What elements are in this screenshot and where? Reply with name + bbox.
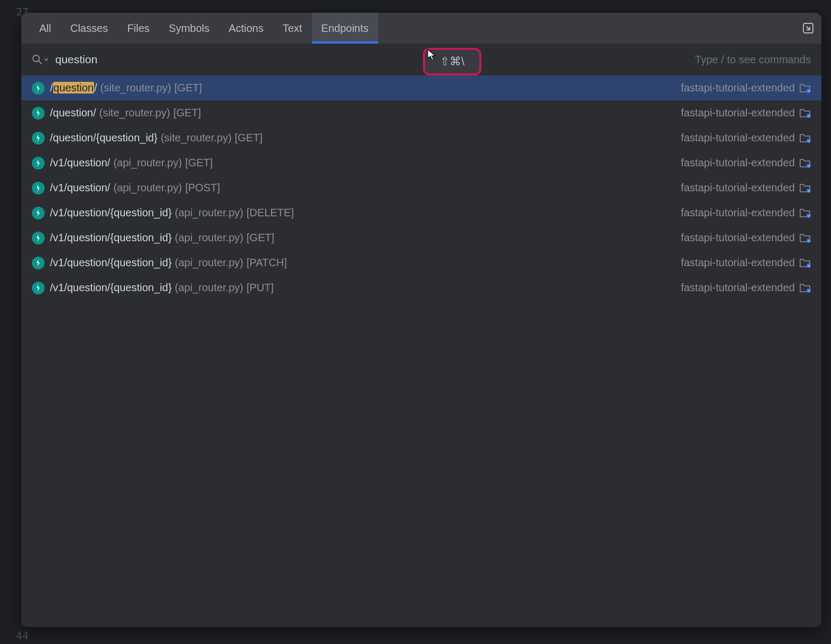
svg-point-8 bbox=[807, 214, 811, 218]
project-name: fastapi-tutorial-extended bbox=[681, 282, 795, 294]
folder-icon bbox=[799, 283, 811, 293]
endpoint-path: /v1/question/ bbox=[50, 157, 110, 169]
project-name: fastapi-tutorial-extended bbox=[681, 257, 795, 269]
list-item[interactable]: /question/{question_id}(site_router.py)[… bbox=[21, 125, 821, 150]
tab-actions[interactable]: Actions bbox=[219, 13, 273, 44]
search-row: Type / to see commands ⇧⌘\ bbox=[21, 44, 821, 75]
folder-icon bbox=[799, 83, 811, 93]
command-hint: Type / to see commands bbox=[695, 54, 811, 66]
endpoint-method: [POST] bbox=[185, 182, 220, 194]
endpoint-file: (api_router.py) bbox=[175, 207, 243, 219]
tabs-bar: All Classes Files Symbols Actions Text E… bbox=[21, 13, 821, 44]
endpoint-path: /v1/question/{question_id} bbox=[50, 282, 172, 294]
tab-files[interactable]: Files bbox=[117, 13, 159, 44]
endpoint-file: (api_router.py) bbox=[175, 232, 243, 244]
svg-point-6 bbox=[807, 164, 811, 168]
list-item[interactable]: /v1/question/{question_id}(api_router.py… bbox=[21, 275, 821, 300]
tab-label: Text bbox=[283, 22, 302, 35]
list-item[interactable]: /v1/question/{question_id}(api_router.py… bbox=[21, 250, 821, 275]
tab-label: All bbox=[39, 22, 51, 35]
tab-label: Files bbox=[127, 22, 149, 35]
shortcut-text: ⇧⌘\ bbox=[440, 55, 464, 69]
folder-icon bbox=[799, 108, 811, 118]
endpoint-file: (api_router.py) bbox=[113, 157, 182, 169]
svg-point-3 bbox=[807, 89, 811, 93]
list-item[interactable]: /v1/question/{question_id}(api_router.py… bbox=[21, 200, 821, 225]
fastapi-icon bbox=[32, 107, 45, 120]
endpoint-method: [GET] bbox=[173, 107, 201, 119]
svg-point-10 bbox=[807, 264, 811, 268]
tab-label: Actions bbox=[228, 22, 264, 35]
dropdown-chevron-icon bbox=[44, 57, 49, 62]
tab-label: Symbols bbox=[169, 22, 210, 35]
svg-point-11 bbox=[807, 289, 811, 293]
folder-icon bbox=[799, 208, 811, 218]
endpoint-path: /v1/question/ bbox=[50, 182, 110, 194]
list-item[interactable]: /question/(site_router.py)[GET]fastapi-t… bbox=[21, 100, 821, 125]
tab-text[interactable]: Text bbox=[273, 13, 312, 44]
endpoint-path: /question/ bbox=[50, 82, 97, 94]
folder-icon bbox=[799, 158, 811, 168]
fastapi-icon bbox=[32, 232, 45, 244]
tab-all[interactable]: All bbox=[30, 13, 61, 44]
folder-icon bbox=[799, 258, 811, 268]
list-item[interactable]: /v1/question/{question_id}(api_router.py… bbox=[21, 225, 821, 250]
fastapi-icon bbox=[32, 82, 45, 95]
project-name: fastapi-tutorial-extended bbox=[681, 82, 795, 94]
fastapi-icon bbox=[32, 282, 45, 294]
svg-point-5 bbox=[807, 139, 811, 143]
fastapi-icon bbox=[32, 182, 45, 194]
fastapi-icon bbox=[32, 157, 45, 170]
fastapi-icon bbox=[32, 207, 45, 219]
endpoint-file: (api_router.py) bbox=[113, 182, 182, 194]
folder-icon bbox=[799, 233, 811, 243]
list-item[interactable]: /v1/question/(api_router.py)[GET]fastapi… bbox=[21, 150, 821, 175]
project-name: fastapi-tutorial-extended bbox=[681, 107, 795, 119]
endpoint-path: /question/{question_id} bbox=[50, 132, 157, 144]
project-name: fastapi-tutorial-extended bbox=[681, 232, 795, 244]
editor-line-number: 44 bbox=[16, 629, 29, 642]
tab-label: Endpoints bbox=[321, 22, 369, 35]
endpoint-file: (api_router.py) bbox=[175, 257, 243, 269]
endpoint-file: (site_router.py) bbox=[99, 107, 170, 119]
endpoint-method: [PATCH] bbox=[247, 257, 287, 269]
folder-icon bbox=[799, 133, 811, 143]
search-everywhere-dialog: All Classes Files Symbols Actions Text E… bbox=[21, 13, 821, 627]
project-name: fastapi-tutorial-extended bbox=[681, 207, 795, 219]
svg-point-9 bbox=[807, 239, 811, 243]
project-name: fastapi-tutorial-extended bbox=[681, 157, 795, 169]
fastapi-icon bbox=[32, 257, 45, 269]
svg-line-2 bbox=[39, 61, 41, 64]
tab-classes[interactable]: Classes bbox=[61, 13, 117, 44]
endpoint-method: [GET] bbox=[247, 232, 274, 244]
fastapi-icon bbox=[32, 132, 45, 145]
pin-icon bbox=[802, 22, 814, 34]
results-list: /question/(site_router.py)[GET]fastapi-t… bbox=[21, 75, 821, 300]
project-name: fastapi-tutorial-extended bbox=[681, 132, 795, 144]
search-input[interactable] bbox=[55, 53, 695, 66]
pin-window-button[interactable] bbox=[800, 20, 816, 36]
list-item[interactable]: /question/(site_router.py)[GET]fastapi-t… bbox=[21, 75, 821, 100]
shortcut-badge: ⇧⌘\ bbox=[423, 48, 481, 75]
project-name: fastapi-tutorial-extended bbox=[681, 182, 795, 194]
endpoint-file: (site_router.py) bbox=[100, 82, 171, 94]
endpoint-file: (site_router.py) bbox=[160, 132, 231, 144]
svg-point-7 bbox=[807, 189, 811, 193]
endpoint-method: [DELETE] bbox=[247, 207, 294, 219]
endpoint-path: /v1/question/{question_id} bbox=[50, 232, 172, 244]
list-item[interactable]: /v1/question/(api_router.py)[POST]fastap… bbox=[21, 175, 821, 200]
endpoint-path: /question/ bbox=[50, 107, 96, 119]
endpoint-method: [PUT] bbox=[247, 282, 274, 294]
search-icon[interactable] bbox=[32, 54, 49, 65]
tab-symbols[interactable]: Symbols bbox=[159, 13, 219, 44]
endpoint-method: [GET] bbox=[185, 157, 213, 169]
svg-point-1 bbox=[33, 55, 39, 62]
tab-endpoints[interactable]: Endpoints bbox=[312, 13, 378, 44]
endpoint-method: [GET] bbox=[235, 132, 262, 144]
endpoint-method: [GET] bbox=[174, 82, 202, 94]
endpoint-path: /v1/question/{question_id} bbox=[50, 257, 172, 269]
endpoint-file: (api_router.py) bbox=[175, 282, 243, 294]
tab-label: Classes bbox=[70, 22, 108, 35]
folder-icon bbox=[799, 183, 811, 193]
endpoint-path: /v1/question/{question_id} bbox=[50, 207, 172, 219]
